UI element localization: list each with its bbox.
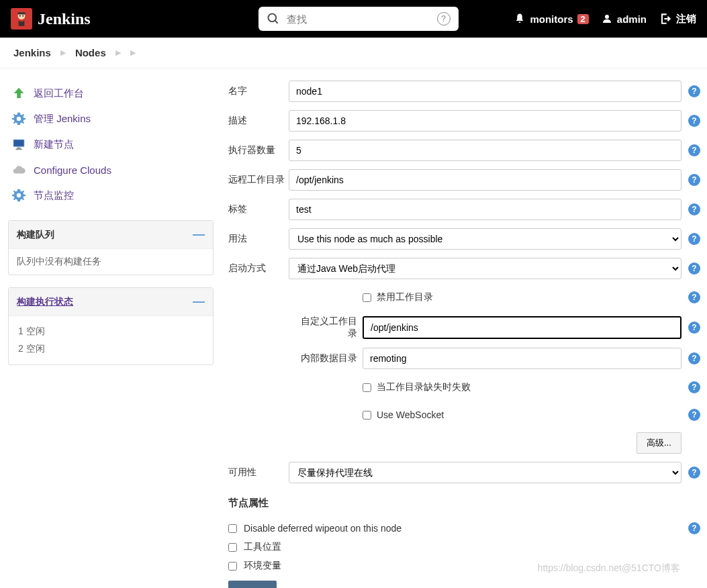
- up-arrow-icon: [11, 85, 27, 101]
- svg-rect-11: [17, 148, 21, 149]
- logout-label: 注销: [676, 13, 696, 26]
- executors-label: 执行器数量: [228, 144, 289, 156]
- sidebar-item-back[interactable]: 返回工作台: [8, 81, 214, 106]
- remote-input[interactable]: [289, 169, 681, 191]
- usage-select[interactable]: Use this node as much as possible: [289, 228, 681, 250]
- sidebar-item-label: 管理 Jenkins: [34, 113, 91, 126]
- svg-point-2: [19, 15, 21, 17]
- help-icon[interactable]: ?: [688, 381, 700, 393]
- logout-button[interactable]: 注销: [659, 12, 696, 26]
- svg-line-5: [275, 21, 277, 23]
- help-icon[interactable]: ?: [688, 467, 700, 479]
- collapse-icon[interactable]: —: [193, 228, 205, 242]
- help-icon[interactable]: ?: [688, 522, 700, 534]
- help-icon[interactable]: ?: [688, 174, 700, 186]
- sidebar-item-manage[interactable]: 管理 Jenkins: [8, 106, 214, 132]
- sidebar-item-clouds[interactable]: Configure Clouds: [8, 157, 214, 183]
- sidebar-item-new-node[interactable]: 新建节点: [8, 132, 214, 157]
- internal-data-label: 内部数据目录: [295, 352, 363, 364]
- search-icon: [267, 12, 280, 26]
- help-icon[interactable]: ?: [688, 85, 700, 97]
- search-help-icon[interactable]: ?: [437, 12, 451, 26]
- help-icon[interactable]: ?: [688, 352, 700, 364]
- monitors-button[interactable]: monitors 2: [514, 13, 588, 25]
- jenkins-logo[interactable]: Jenkins: [11, 8, 91, 30]
- tool-location-checkbox[interactable]: [228, 543, 237, 552]
- websocket-label: Use WebSocket: [377, 409, 681, 420]
- launch-label: 启动方式: [228, 262, 289, 275]
- labels-label: 标签: [228, 203, 289, 215]
- sidebar-item-label: 节点监控: [34, 189, 74, 202]
- fail-missing-label: 当工作目录缺失时失败: [377, 381, 681, 393]
- chevron-right-icon: ▶: [115, 48, 121, 57]
- help-icon[interactable]: ?: [688, 409, 700, 421]
- panel-title: 构建队列: [17, 229, 54, 241]
- save-button[interactable]: 保存: [228, 581, 277, 588]
- build-queue-panel: 构建队列 — 队列中没有构建任务: [8, 220, 214, 275]
- help-icon[interactable]: ?: [688, 322, 700, 334]
- availability-select[interactable]: 尽量保持代理在线: [289, 462, 681, 483]
- queue-empty: 队列中没有构建任务: [9, 249, 213, 275]
- search-input[interactable]: [287, 13, 437, 25]
- monitors-badge: 2: [577, 14, 589, 24]
- help-icon[interactable]: ?: [688, 233, 700, 245]
- user-button[interactable]: admin: [601, 13, 647, 25]
- executors-input[interactable]: [289, 140, 681, 161]
- availability-label: 可用性: [228, 467, 289, 479]
- brand-text: Jenkins: [38, 10, 91, 28]
- svg-point-4: [268, 14, 276, 22]
- cloud-icon: [11, 162, 27, 178]
- help-icon[interactable]: ?: [688, 262, 700, 275]
- custom-workdir-label: 自定义工作目录: [295, 315, 363, 340]
- breadcrumb-jenkins[interactable]: Jenkins: [13, 47, 51, 58]
- disable-wipeout-label: Disable deferred wipeout on this node: [244, 523, 681, 534]
- internal-data-input[interactable]: [363, 348, 681, 369]
- search-box[interactable]: ?: [258, 7, 459, 31]
- main-content: 名字 ? 描述 ? 执行器数量 ? 远程工作目录 ? 标签 ? 用法 Use t…: [222, 74, 707, 588]
- help-icon[interactable]: ?: [688, 203, 700, 215]
- breadcrumb-nodes[interactable]: Nodes: [75, 47, 106, 58]
- labels-input[interactable]: [289, 199, 681, 220]
- node-props-title: 节点属性: [228, 497, 700, 509]
- name-label: 名字: [228, 85, 289, 97]
- fail-missing-checkbox[interactable]: [363, 383, 371, 392]
- panel-title-link[interactable]: 构建执行状态: [17, 296, 73, 308]
- svg-point-8: [17, 117, 21, 121]
- disable-workdir-checkbox[interactable]: [363, 293, 371, 302]
- sidebar: 返回工作台 管理 Jenkins 新建节点 Configure Clouds 节…: [0, 74, 222, 588]
- chevron-right-icon: ▶: [60, 48, 66, 57]
- sidebar-item-monitor[interactable]: 节点监控: [8, 183, 214, 208]
- collapse-icon[interactable]: —: [193, 295, 205, 309]
- header-bar: Jenkins ? monitors 2 admin 注销: [0, 0, 707, 38]
- executor-item: 2 空闲: [17, 340, 205, 358]
- disable-workdir-label: 禁用工作目录: [377, 291, 681, 303]
- env-vars-label: 环境变量: [244, 560, 281, 572]
- jenkins-logo-icon: [11, 8, 32, 30]
- launch-select[interactable]: 通过Java Web启动代理: [289, 258, 681, 279]
- help-icon[interactable]: ?: [688, 144, 700, 156]
- remote-label: 远程工作目录: [228, 174, 289, 186]
- name-input[interactable]: [289, 81, 681, 102]
- executor-status-panel: 构建执行状态 — 1 空闲 2 空闲: [8, 287, 214, 365]
- desc-input[interactable]: [289, 110, 681, 132]
- usage-label: 用法: [228, 233, 289, 245]
- bell-icon: [514, 13, 526, 25]
- svg-rect-12: [15, 148, 21, 150]
- svg-point-6: [605, 15, 609, 19]
- monitors-label: monitors: [530, 13, 573, 25]
- svg-point-3: [22, 15, 23, 17]
- custom-workdir-input[interactable]: [363, 316, 681, 339]
- gear-icon: [11, 111, 27, 127]
- svg-rect-1: [18, 12, 26, 14]
- websocket-checkbox[interactable]: [363, 411, 371, 420]
- disable-wipeout-checkbox[interactable]: [228, 524, 237, 533]
- help-icon[interactable]: ?: [688, 291, 700, 303]
- user-icon: [601, 13, 613, 25]
- breadcrumb: Jenkins ▶ Nodes ▶ ▶: [0, 38, 707, 68]
- env-vars-checkbox[interactable]: [228, 562, 237, 571]
- user-name: admin: [617, 13, 647, 25]
- sidebar-item-label: Configure Clouds: [34, 164, 111, 176]
- logout-icon: [659, 12, 672, 26]
- advanced-button[interactable]: 高级...: [637, 432, 681, 454]
- help-icon[interactable]: ?: [688, 115, 700, 127]
